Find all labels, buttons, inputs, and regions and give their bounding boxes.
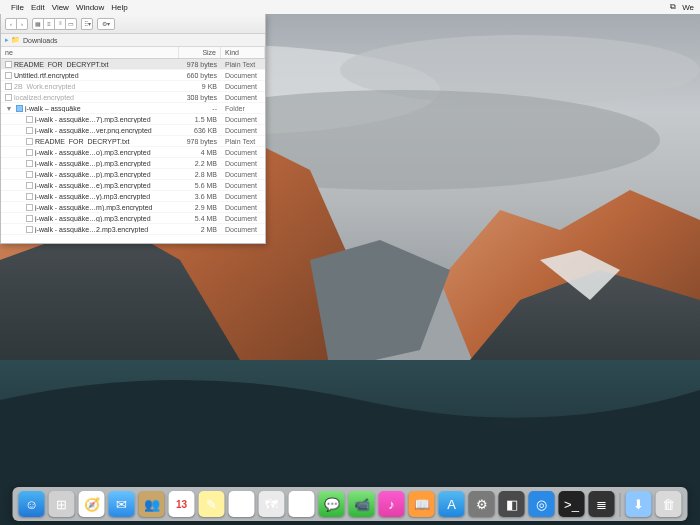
file-icon [26, 204, 33, 211]
dock-finder[interactable]: ☺ [19, 491, 45, 517]
dock-facetime[interactable]: 📹 [349, 491, 375, 517]
file-kind: Document [221, 116, 265, 123]
dock-utility2[interactable]: ◎ [529, 491, 555, 517]
dock-utility1[interactable]: ◧ [499, 491, 525, 517]
file-name: 2B_Work.encrypted [14, 83, 75, 90]
dock-launchpad[interactable]: ⊞ [49, 491, 75, 517]
table-row[interactable]: README_FOR_DECRYPT.txt978 bytesPlain Tex… [1, 136, 265, 147]
dock-separator [620, 493, 621, 517]
dock-messages[interactable]: 💬 [319, 491, 345, 517]
file-size: 5.6 MB [179, 182, 221, 189]
dock-itunes[interactable]: ♪ [379, 491, 405, 517]
action-button[interactable]: ⚙▾ [97, 18, 115, 30]
file-kind: Plain Text [221, 138, 265, 145]
dock-calendar[interactable]: 13 [169, 491, 195, 517]
forward-button[interactable]: › [16, 18, 28, 30]
view-cover-button[interactable]: ▭ [65, 18, 77, 30]
file-icon [26, 182, 33, 189]
file-size: 2.8 MB [179, 171, 221, 178]
folder-icon [16, 105, 23, 112]
dock-terminal[interactable]: >_ [559, 491, 585, 517]
table-row[interactable]: 2B_Work.encrypted9 KBDocument [1, 81, 265, 92]
file-kind: Document [221, 160, 265, 167]
menu-window[interactable]: Window [76, 3, 104, 12]
dock-preferences[interactable]: ⚙ [469, 491, 495, 517]
dock: ☺⊞🧭✉👥13✎☑🗺❀💬📹♪📖A⚙◧◎>_≣⬇🗑 [13, 487, 688, 521]
path-folder-name[interactable]: Downloads [23, 37, 58, 44]
disclosure-triangle-icon[interactable]: ▼ [5, 104, 13, 112]
dock-activity[interactable]: ≣ [589, 491, 615, 517]
file-name: Untitled.rtf.encrypted [14, 72, 79, 79]
file-size: 1.5 MB [179, 116, 221, 123]
column-headers: ne Size Kind [1, 47, 265, 59]
dock-downloads[interactable]: ⬇ [626, 491, 652, 517]
table-row[interactable]: j-walk - assquäke…o).mp3.encrypted4 MBDo… [1, 147, 265, 158]
dock-trash[interactable]: 🗑 [656, 491, 682, 517]
table-row[interactable]: j-walk - assquäke…m).mp3.encrypted2.9 MB… [1, 202, 265, 213]
table-row[interactable]: j-walk - assquäke…y).mp3.encrypted3.6 MB… [1, 191, 265, 202]
file-kind: Document [221, 94, 265, 101]
menu-help[interactable]: Help [111, 3, 127, 12]
file-icon [5, 94, 12, 101]
table-row[interactable]: README_FOR_DECRYPT.txt978 bytesPlain Tex… [1, 59, 265, 70]
table-row[interactable]: j-walk - assquäke…p).mp3.encrypted2.8 MB… [1, 169, 265, 180]
file-kind: Plain Text [221, 61, 265, 68]
table-row[interactable]: j-walk - assquäke…7).mp3.encrypted1.5 MB… [1, 114, 265, 125]
finder-toolbar: ‹ › ▦ ≡ ⫴ ▭ ⠿▾ ⚙▾ [1, 14, 265, 34]
dock-photos[interactable]: ❀ [289, 491, 315, 517]
file-size: 978 bytes [179, 138, 221, 145]
dock-ibooks[interactable]: 📖 [409, 491, 435, 517]
file-size: 2.2 MB [179, 160, 221, 167]
file-icon [26, 215, 33, 222]
file-kind: Document [221, 215, 265, 222]
file-name: README_FOR_DECRYPT.txt [14, 61, 108, 68]
desktop: File Edit View Window Help ⧉ We ‹ › ▦ ≡ … [0, 0, 700, 525]
table-row[interactable]: ▼j-walk – assquäke--Folder [1, 103, 265, 114]
arrange-button[interactable]: ⠿▾ [81, 18, 93, 30]
dock-appstore[interactable]: A [439, 491, 465, 517]
file-name: j-walk - assquäke…2.mp3.encrypted [35, 226, 148, 233]
menu-edit[interactable]: Edit [31, 3, 45, 12]
file-size: 308 bytes [179, 94, 221, 101]
file-kind: Document [221, 171, 265, 178]
file-kind: Document [221, 149, 265, 156]
menu-view[interactable]: View [52, 3, 69, 12]
column-name[interactable]: ne [1, 47, 179, 58]
file-icon [26, 138, 33, 145]
nav-buttons: ‹ › [5, 18, 28, 30]
file-kind: Document [221, 193, 265, 200]
file-icon [5, 61, 12, 68]
table-row[interactable]: j-walk - assquäke…g).mp3.encrypted5.4 MB… [1, 213, 265, 224]
table-row[interactable]: j-walk - assquäke…2.mp3.encrypted2 MBDoc… [1, 224, 265, 235]
file-list[interactable]: README_FOR_DECRYPT.txt978 bytesPlain Tex… [1, 59, 265, 243]
table-row[interactable]: localized.encrypted308 bytesDocument [1, 92, 265, 103]
file-icon [26, 160, 33, 167]
column-kind[interactable]: Kind [221, 47, 265, 58]
dock-maps[interactable]: 🗺 [259, 491, 285, 517]
file-size: -- [179, 105, 221, 112]
file-name: j-walk - assquäke…g).mp3.encrypted [35, 215, 151, 222]
dock-reminders[interactable]: ☑ [229, 491, 255, 517]
file-size: 3.6 MB [179, 193, 221, 200]
finder-window[interactable]: ‹ › ▦ ≡ ⫴ ▭ ⠿▾ ⚙▾ ▸ 📁 Downloads ne Size … [0, 14, 266, 244]
dock-mail[interactable]: ✉ [109, 491, 135, 517]
dock-notes[interactable]: ✎ [199, 491, 225, 517]
menu-bar-clock[interactable]: We [682, 3, 694, 12]
table-row[interactable]: j-walk - assquäke…e).mp3.encrypted5.6 MB… [1, 180, 265, 191]
column-size[interactable]: Size [179, 47, 221, 58]
table-row[interactable]: j-walk - assquäke…p).mp3.encrypted2.2 MB… [1, 158, 265, 169]
dock-safari[interactable]: 🧭 [79, 491, 105, 517]
table-row[interactable]: j-walk - assquäke…ver.png.encrypted636 K… [1, 125, 265, 136]
file-kind: Document [221, 83, 265, 90]
file-size: 636 KB [179, 127, 221, 134]
arrange-buttons: ⠿▾ [81, 18, 93, 30]
file-size: 2 MB [179, 226, 221, 233]
dock-contacts[interactable]: 👥 [139, 491, 165, 517]
file-name: README_FOR_DECRYPT.txt [35, 138, 129, 145]
file-name: j-walk – assquäke [25, 105, 81, 112]
file-name: j-walk - assquäke…m).mp3.encrypted [35, 204, 153, 211]
menu-file[interactable]: File [11, 3, 24, 12]
menu-bar-extra-icon[interactable]: ⧉ [670, 2, 676, 12]
table-row[interactable]: Untitled.rtf.encrypted660 bytesDocument [1, 70, 265, 81]
file-icon [26, 226, 33, 233]
